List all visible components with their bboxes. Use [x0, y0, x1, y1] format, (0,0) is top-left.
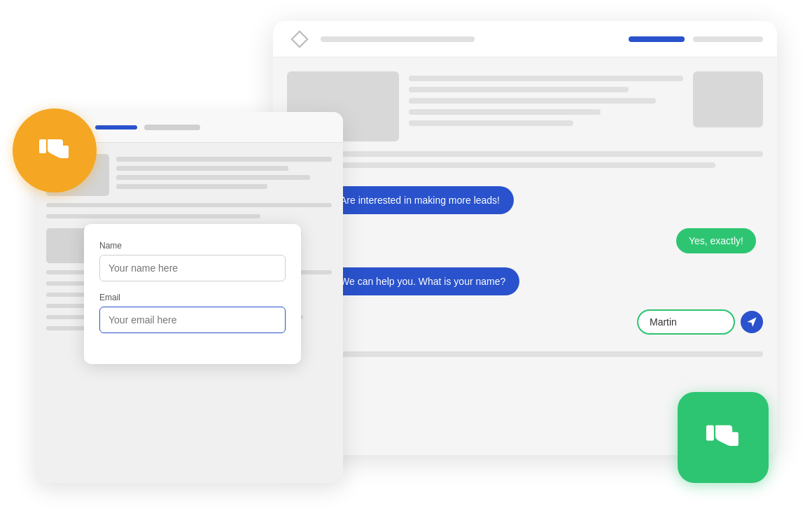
- thumbs-down-badge: [13, 108, 97, 192]
- chat-message-1: Are interested in making more leads!: [326, 186, 514, 214]
- text-line: [409, 109, 601, 115]
- form-card: Name Email: [84, 224, 301, 364]
- browser-bar-back: [273, 21, 777, 57]
- text-line: [409, 87, 629, 92]
- form-field-name: Name: [99, 241, 286, 281]
- bottom-separator: [287, 351, 763, 357]
- front-text-lines: [116, 154, 332, 196]
- content-text-lines: [409, 71, 683, 126]
- front-line: [116, 184, 267, 189]
- browser-url-bar: [321, 36, 475, 42]
- sep-line: [287, 162, 715, 168]
- front-bar-line-2: [144, 125, 200, 130]
- browser-bar-line-right: [693, 36, 763, 42]
- content-image-small: [693, 71, 763, 127]
- browser-back-content: Are interested in making more leads! Yes…: [273, 57, 777, 371]
- separator-lines: [287, 151, 763, 168]
- scene: Are interested in making more leads! Yes…: [0, 0, 812, 532]
- front-sep-2: [46, 214, 260, 218]
- text-line: [409, 120, 573, 126]
- front-line: [116, 166, 288, 171]
- browser-logo: [287, 27, 312, 52]
- text-line: [409, 98, 656, 104]
- name-input[interactable]: [99, 255, 286, 281]
- chat-input-row: [287, 309, 763, 335]
- thumbs-up-icon: [699, 413, 748, 462]
- email-label: Email: [99, 293, 286, 302]
- browser-mockup-back: Are interested in making more leads! Yes…: [273, 21, 777, 455]
- svg-rect-4: [706, 426, 714, 441]
- chat-row-1: Are interested in making more leads!: [287, 185, 763, 216]
- chat-name-input[interactable]: [637, 309, 735, 335]
- svg-marker-0: [292, 31, 307, 46]
- sep-line: [287, 151, 763, 157]
- front-line: [116, 157, 332, 162]
- name-label: Name: [99, 241, 286, 251]
- front-accent-bar: [95, 125, 137, 130]
- sep-line: [287, 351, 763, 357]
- form-field-email: Email: [99, 293, 286, 333]
- front-sep-1: [46, 203, 332, 207]
- chat-send-button[interactable]: [741, 311, 763, 333]
- content-row-top: [287, 71, 763, 141]
- browser-accent-bar: [629, 36, 685, 42]
- chat-section: Are interested in making more leads! Yes…: [287, 178, 763, 342]
- thumbs-down-icon: [32, 128, 77, 173]
- chat-reply-1: Yes, exactly!: [676, 228, 756, 253]
- chat-row-2: We can help you. What is your name?: [287, 266, 763, 297]
- chat-message-2: We can help you. What is your name?: [326, 267, 519, 295]
- email-input[interactable]: [99, 307, 286, 333]
- thumbs-up-badge: [678, 392, 769, 483]
- front-line: [116, 175, 310, 180]
- text-line: [409, 76, 683, 81]
- svg-rect-3: [39, 139, 46, 153]
- chat-reply-row-1: Yes, exactly!: [287, 228, 763, 253]
